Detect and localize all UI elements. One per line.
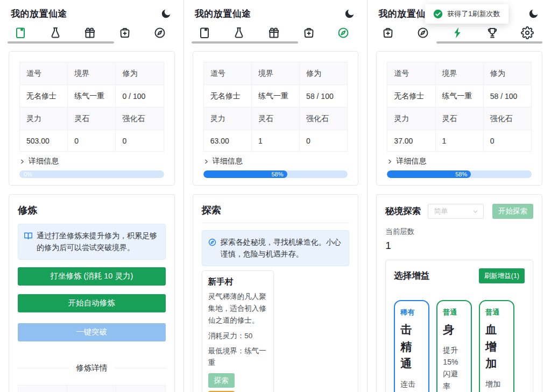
- tab-items[interactable]: [302, 26, 315, 39]
- stats-card: 道号 境界 修为 无名修士 练气一重 58 / 100 灵力 灵石 强化石: [193, 51, 359, 186]
- progress-label: 58%: [455, 171, 467, 177]
- progress-fill: 58%: [203, 170, 287, 178]
- panel-cultivation: 我的放置仙途 道号 境界 修为 无名修士 练: [0, 0, 183, 392]
- toast-notification: 获得了1刷新次数: [425, 4, 508, 24]
- stats-header-cell: 修为: [300, 62, 348, 85]
- buff-card[interactable]: 普通 身 提升15%闪避率: [436, 300, 472, 392]
- stats-value-cell: 63.00: [203, 130, 251, 152]
- breakthrough-button[interactable]: 一键突破: [18, 323, 166, 341]
- table-cell: [116, 386, 165, 392]
- tab-items[interactable]: [118, 26, 131, 39]
- info-alert: 通过打坐修炼来提升修为，积累足够的修为后可以尝试突破境界。: [18, 224, 166, 260]
- stats-value-cell: 练气一重: [68, 85, 116, 108]
- buff-select-panel: 选择增益 刷新增益(1) 稀有 击精通 连击率提 普通 身 提升15%闪避率: [385, 260, 533, 392]
- stats-header-cell: 道号: [387, 62, 435, 85]
- tab-explore[interactable]: [337, 26, 350, 39]
- moon-icon[interactable]: [528, 8, 539, 19]
- check-circle-icon: [433, 9, 443, 19]
- cultivation-progressbar: 0%: [19, 170, 164, 178]
- location-name: 新手村: [208, 276, 267, 288]
- panel-header: 我的放置仙途: [184, 0, 368, 21]
- floor-value: 1: [385, 240, 533, 252]
- section-title: 修炼: [18, 204, 166, 217]
- tab-rewards[interactable]: [267, 26, 280, 39]
- stats-header-cell: 灵石: [68, 108, 116, 130]
- chevron-right-icon: [387, 159, 393, 165]
- refresh-buffs-button[interactable]: 刷新增益(1): [479, 268, 525, 283]
- details-collapse[interactable]: 详细信息: [19, 156, 164, 166]
- tab-journal[interactable]: [198, 26, 211, 39]
- explore-section: 探索 探索各处秘境，寻找机缘造化。小心谨慎，危险与机遇并存。 新手村 灵气稀薄的…: [193, 194, 359, 392]
- secret-realm-section: 秘境探索 简单 开始探索 当前层数 1 选择增益 刷新增益(1): [376, 194, 542, 392]
- buff-name: 身: [443, 321, 461, 338]
- panel-content: 道号 境界 修为 无名修士 练气一重 0 / 100 灵力 灵石 强化石: [0, 51, 183, 392]
- table-cell: [18, 386, 67, 392]
- stats-header-cell: 灵力: [203, 108, 251, 130]
- stats-value-cell: 58 / 100: [300, 85, 348, 108]
- stats-header-cell: 道号: [203, 62, 251, 85]
- stats-value-cell: 练气一重: [251, 85, 299, 108]
- details-collapse[interactable]: 详细信息: [387, 156, 532, 166]
- tab-achievements[interactable]: [486, 26, 499, 39]
- stats-value-cell: 1: [251, 130, 299, 152]
- buff-card[interactable]: 普通 血增加 增加10%: [479, 300, 514, 392]
- stats-table: 道号 境界 修为 无名修士 练气一重 0 / 100 灵力 灵石 强化石: [19, 62, 164, 152]
- details-collapse[interactable]: 详细信息: [203, 156, 348, 166]
- meditate-button[interactable]: 打坐修炼 (消耗 10 灵力): [18, 267, 166, 286]
- tabbar-scrollbar[interactable]: [192, 41, 298, 44]
- chevron-right-icon: [19, 159, 25, 165]
- details-label: 详细信息: [396, 156, 426, 166]
- location-min-realm: 最低境界：练气一重: [208, 345, 267, 369]
- stats-value-cell: 1: [435, 130, 483, 152]
- panel-explore: 我的放置仙途 道号 境界 修为 无名修士 练: [183, 0, 368, 392]
- tab-alchemy[interactable]: [232, 26, 245, 39]
- stats-value-cell: 0: [116, 130, 164, 152]
- tab-bar: [368, 21, 551, 44]
- rarity-badge: 普通: [443, 308, 465, 317]
- buff-description: 增加10%: [485, 378, 504, 392]
- rarity-badge: 稀有: [400, 308, 423, 317]
- auto-cultivate-button[interactable]: 开始自动修炼: [18, 294, 166, 312]
- rarity-badge: 普通: [485, 308, 508, 317]
- stats-header-cell: 灵石: [435, 108, 483, 130]
- alert-text: 通过打坐修炼来提升修为，积累足够的修为后可以尝试突破境界。: [37, 230, 160, 254]
- start-explore-button[interactable]: 开始探索: [492, 204, 533, 219]
- tab-settings[interactable]: [521, 26, 534, 39]
- tab-rewards[interactable]: [83, 26, 96, 39]
- stats-header-cell: 强化石: [483, 108, 531, 130]
- divider-label: 修炼详情: [76, 363, 107, 373]
- stats-header-cell: 强化石: [116, 108, 164, 130]
- moon-icon[interactable]: [160, 8, 172, 19]
- location-card: 新手村 灵气稀薄的凡人聚集地，适合初入修仙之道的修士。 消耗灵力：50 最低境界…: [202, 270, 274, 392]
- tab-explore[interactable]: [153, 26, 166, 39]
- difficulty-select[interactable]: 简单: [428, 204, 484, 219]
- tabbar-scrollbar[interactable]: [436, 41, 542, 44]
- tabbar-scrollbar[interactable]: [8, 41, 114, 44]
- moon-icon[interactable]: [344, 8, 355, 19]
- tab-items[interactable]: [382, 26, 394, 39]
- stats-header-cell: 境界: [68, 62, 116, 85]
- progress-fill: 58%: [387, 170, 471, 178]
- buff-name: 击精通: [400, 321, 419, 372]
- cultivation-progressbar: 58%: [387, 170, 532, 178]
- stats-header-cell: 灵力: [20, 108, 68, 130]
- cultivation-section: 修炼 通过打坐修炼来提升修为，积累足够的修为后可以尝试突破境界。 打坐修炼 (消…: [9, 194, 175, 392]
- tab-journal[interactable]: [14, 26, 27, 39]
- buff-name: 血增加: [485, 321, 504, 372]
- buff-description: 连击率提: [400, 378, 419, 392]
- buff-card[interactable]: 稀有 击精通 连击率提: [394, 300, 429, 392]
- stats-value-cell: 0: [68, 130, 116, 152]
- location-description: 灵气稀薄的凡人聚集地，适合初入修仙之道的修士。: [208, 291, 267, 327]
- stats-header-cell: 境界: [251, 62, 299, 85]
- tab-alchemy[interactable]: [49, 26, 62, 39]
- table-cell: [67, 386, 116, 392]
- explore-button[interactable]: 探索: [208, 373, 235, 388]
- stats-value-cell: 503.00: [20, 130, 68, 152]
- app-root: 我的放置仙途 道号 境界 修为 无名修士 练: [0, 0, 551, 392]
- stats-card: 道号 境界 修为 无名修士 练气一重 0 / 100 灵力 灵石 强化石: [9, 51, 175, 186]
- section-title: 探索: [202, 204, 350, 217]
- tab-secret-realm[interactable]: [451, 26, 464, 39]
- stats-value-cell: 58 / 100: [483, 85, 531, 108]
- tab-explore[interactable]: [416, 26, 429, 39]
- stats-table: 道号 境界 修为 无名修士 练气一重 58 / 100 灵力 灵石 强化石: [387, 62, 532, 152]
